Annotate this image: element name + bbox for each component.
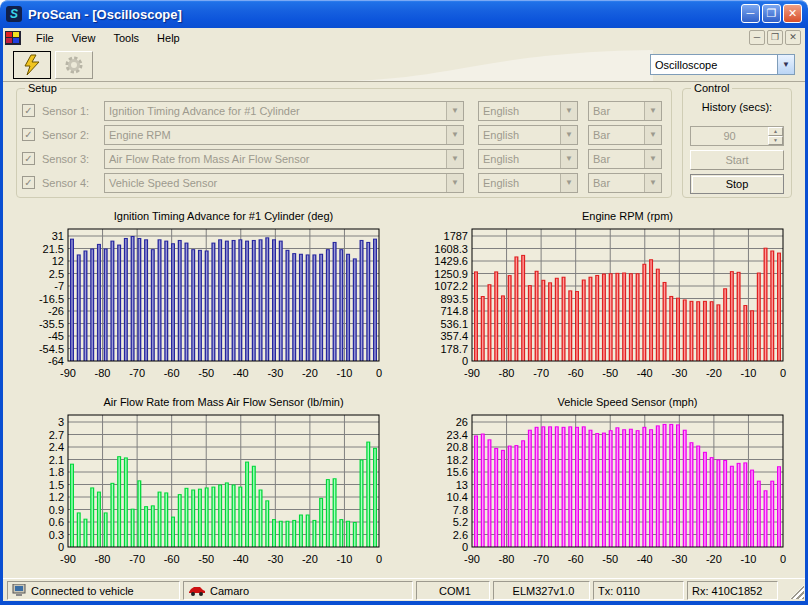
view-selector-combobox[interactable]: Oscilloscope ▼ bbox=[650, 54, 795, 75]
window-edge-bottom bbox=[0, 601, 808, 605]
menu-bar: File View Tools Help ─ ❐ ✕ bbox=[3, 28, 805, 48]
minimize-button[interactable]: ─ bbox=[741, 4, 760, 23]
sensor-2-display-combobox[interactable]: Bar ▼ bbox=[588, 125, 662, 145]
svg-text:893.5: 893.5 bbox=[440, 293, 468, 305]
svg-text:-50: -50 bbox=[602, 553, 618, 565]
svg-text:1.2: 1.2 bbox=[49, 491, 64, 503]
sensor-1-units-combobox[interactable]: English ▼ bbox=[478, 101, 578, 121]
resize-grip[interactable] bbox=[790, 585, 804, 599]
sensor-3-display-value: Bar bbox=[589, 153, 644, 165]
svg-text:-40: -40 bbox=[637, 367, 653, 379]
svg-text:-60: -60 bbox=[568, 367, 584, 379]
svg-text:-90: -90 bbox=[60, 367, 76, 379]
sensor-4-pid-value: Vehicle Speed Sensor bbox=[105, 177, 446, 189]
svg-text:26: 26 bbox=[456, 416, 468, 428]
svg-text:-30: -30 bbox=[671, 553, 687, 565]
svg-text:23.4: 23.4 bbox=[447, 429, 468, 441]
history-value: 90 bbox=[691, 127, 768, 145]
title-bar[interactable]: S ProScan - [Oscilloscope] ─ ❐ ✕ bbox=[0, 0, 808, 28]
chevron-down-icon[interactable]: ▼ bbox=[777, 55, 794, 74]
computer-icon bbox=[12, 584, 27, 597]
stop-button[interactable]: Stop bbox=[690, 174, 784, 194]
svg-text:0: 0 bbox=[376, 367, 382, 379]
chart-title: Ignition Timing Advance for #1 Cylinder … bbox=[68, 210, 379, 222]
chevron-down-icon: ▼ bbox=[446, 174, 463, 192]
sensor-1-display-combobox[interactable]: Bar ▼ bbox=[588, 101, 662, 121]
svg-text:-80: -80 bbox=[499, 367, 515, 379]
sensor-3-checkbox[interactable]: ✓ bbox=[22, 152, 35, 165]
sensor-4-display-combobox[interactable]: Bar ▼ bbox=[588, 173, 662, 193]
svg-text:7.8: 7.8 bbox=[453, 504, 468, 516]
svg-text:-26: -26 bbox=[48, 305, 64, 317]
sensor-1-checkbox[interactable]: ✓ bbox=[22, 104, 35, 117]
menu-tools[interactable]: Tools bbox=[104, 29, 148, 47]
sensor-3-pid-combobox[interactable]: Air Flow Rate from Mass Air Flow Sensor … bbox=[104, 149, 464, 169]
chevron-down-icon: ▼ bbox=[446, 102, 463, 120]
sensor-4-display-value: Bar bbox=[589, 177, 644, 189]
svg-text:536.1: 536.1 bbox=[440, 318, 468, 330]
tx-text: Tx: 0110 bbox=[598, 585, 640, 597]
settings-button[interactable] bbox=[55, 51, 93, 79]
svg-text:-90: -90 bbox=[464, 367, 480, 379]
maximize-button[interactable]: ❐ bbox=[762, 4, 781, 23]
sensor-4-checkbox[interactable]: ✓ bbox=[22, 176, 35, 189]
svg-text:-50: -50 bbox=[198, 367, 214, 379]
gear-icon bbox=[64, 55, 84, 75]
svg-text:1608.3: 1608.3 bbox=[434, 243, 468, 255]
com-port-text: COM1 bbox=[439, 585, 471, 597]
svg-text:2.4: 2.4 bbox=[49, 441, 64, 453]
sensor-2-checkbox[interactable]: ✓ bbox=[22, 128, 35, 141]
svg-text:-50: -50 bbox=[602, 367, 618, 379]
svg-text:-64: -64 bbox=[48, 355, 64, 367]
svg-text:-70: -70 bbox=[129, 553, 145, 565]
sensor-1-pid-combobox[interactable]: Ignition Timing Advance for #1 Cylinder … bbox=[104, 101, 464, 121]
svg-text:-54.5: -54.5 bbox=[39, 343, 64, 355]
chevron-down-icon: ▼ bbox=[644, 150, 661, 168]
bar-chart-plot: 2623.420.818.215.61310.47.85.22.60-90-80… bbox=[420, 409, 798, 575]
chevron-down-icon: ▼ bbox=[644, 126, 661, 144]
svg-text:0: 0 bbox=[462, 355, 468, 367]
connect-button[interactable] bbox=[13, 51, 51, 79]
mdi-restore-button[interactable]: ❐ bbox=[767, 30, 783, 45]
sensor-2-units-combobox[interactable]: English ▼ bbox=[478, 125, 578, 145]
svg-text:1250.9: 1250.9 bbox=[434, 268, 468, 280]
svg-text:-10: -10 bbox=[740, 553, 756, 565]
spin-up-icon[interactable]: ▲ bbox=[768, 127, 783, 136]
mdi-close-button[interactable]: ✕ bbox=[785, 30, 801, 45]
bar-chart-plot: 32.72.42.11.81.51.20.90.60.30-90-80-70-6… bbox=[16, 409, 394, 575]
svg-text:-10: -10 bbox=[336, 367, 352, 379]
svg-text:-45: -45 bbox=[48, 330, 64, 342]
close-button[interactable]: ✕ bbox=[783, 4, 802, 23]
sensor-3-units-value: English bbox=[479, 153, 560, 165]
svg-text:-60: -60 bbox=[568, 553, 584, 565]
spin-down-icon[interactable]: ▼ bbox=[768, 136, 783, 145]
menu-file[interactable]: File bbox=[27, 29, 63, 47]
sensor-2-units-value: English bbox=[479, 129, 560, 141]
chart-title: Engine RPM (rpm) bbox=[472, 210, 783, 222]
svg-text:15.6: 15.6 bbox=[447, 466, 468, 478]
sensor-2-label: Sensor 2: bbox=[42, 129, 89, 141]
menu-help[interactable]: Help bbox=[148, 29, 189, 47]
sensor-2-pid-combobox[interactable]: Engine RPM ▼ bbox=[104, 125, 464, 145]
svg-text:-20: -20 bbox=[302, 367, 318, 379]
sensor-3-pid-value: Air Flow Rate from Mass Air Flow Sensor bbox=[105, 153, 446, 165]
svg-text:-70: -70 bbox=[533, 367, 549, 379]
bar-chart-plot: 17871608.31429.61250.91072.2893.5714.853… bbox=[420, 223, 798, 389]
chevron-down-icon: ▼ bbox=[446, 126, 463, 144]
sensor-3-units-combobox[interactable]: English ▼ bbox=[478, 149, 578, 169]
sensor-4-units-combobox[interactable]: English ▼ bbox=[478, 173, 578, 193]
svg-text:-30: -30 bbox=[267, 367, 283, 379]
sensor-3-display-combobox[interactable]: Bar ▼ bbox=[588, 149, 662, 169]
svg-text:21.5: 21.5 bbox=[43, 243, 64, 255]
svg-text:20.8: 20.8 bbox=[447, 441, 468, 453]
start-button[interactable]: Start bbox=[690, 150, 784, 170]
view-selector-value: Oscilloscope bbox=[651, 59, 777, 71]
svg-text:1429.6: 1429.6 bbox=[434, 255, 468, 267]
svg-text:1.5: 1.5 bbox=[49, 479, 64, 491]
sensor-4-pid-combobox[interactable]: Vehicle Speed Sensor ▼ bbox=[104, 173, 464, 193]
tx-panel: Tx: 0110 bbox=[593, 581, 684, 600]
car-icon bbox=[188, 585, 206, 596]
mdi-minimize-button[interactable]: ─ bbox=[749, 30, 765, 45]
menu-view[interactable]: View bbox=[63, 29, 105, 47]
history-spinner[interactable]: 90 ▲ ▼ bbox=[690, 126, 784, 146]
